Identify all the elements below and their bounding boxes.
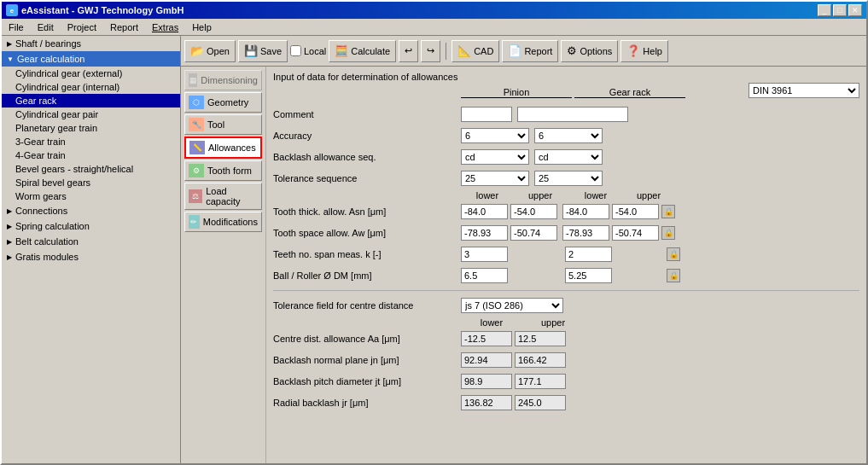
menu-extras[interactable]: Extras [149, 21, 182, 33]
radial-upper[interactable] [515, 395, 566, 410]
tolerance-gear-select[interactable]: 25 [534, 171, 603, 186]
tooth-space-row: Tooth space allow. Aw [μm] 🔒 [273, 224, 859, 242]
teeth-no-p[interactable] [461, 247, 508, 262]
sidebar-item-cyl-pair[interactable]: Cylindrical gear pair [2, 108, 180, 121]
form-title: Input of data for determination of allow… [273, 72, 457, 82]
sidebar-gratis[interactable]: ▶ Gratis modules [2, 249, 180, 264]
redo-button[interactable]: ↪ [421, 40, 440, 62]
tooth-space-upper-g[interactable] [612, 225, 659, 241]
minimize-button[interactable]: _ [818, 4, 831, 16]
backlash-normal-upper[interactable] [515, 352, 566, 368]
load-capacity-button[interactable]: ⚖ Load capacity [184, 183, 262, 210]
options-button[interactable]: ⚙ Options [561, 40, 618, 62]
ball-lock[interactable]: 🔒 [667, 269, 680, 282]
sidebar-item-3gear[interactable]: 3-Gear train [2, 135, 180, 148]
menu-edit[interactable]: Edit [34, 21, 57, 33]
ball-label: Ball / Roller Ø DM [mm] [273, 270, 461, 281]
sidebar-item-4gear[interactable]: 4-Gear train [2, 148, 180, 162]
sidebar-item-spiral[interactable]: Spiral bevel gears [2, 176, 180, 189]
tooth-space-lock[interactable]: 🔒 [661, 226, 675, 240]
accuracy-standard-select[interactable]: DIN 3961 [749, 83, 859, 98]
help-button[interactable]: ❓ Help [620, 40, 668, 62]
options-label: Options [580, 46, 612, 56]
local-checkbox[interactable] [290, 45, 301, 56]
menu-project[interactable]: Project [64, 21, 100, 33]
sidebar-gear-label: Gear calculation [17, 54, 85, 64]
tooth-space-upper-p[interactable] [510, 225, 557, 241]
backlash-pitch-inputs [461, 374, 566, 389]
sidebar-item-cyl-int[interactable]: Cylindrical gear (internal) [2, 80, 180, 94]
sidebar-arrow-conn: ▶ [7, 207, 12, 215]
dimensioning-button[interactable]: ▦ Dimensioning [184, 70, 262, 90]
menu-file[interactable]: File [5, 21, 27, 33]
backlash-pitch-lower[interactable] [461, 374, 512, 389]
tooth-thick-upper-p[interactable] [510, 204, 557, 219]
undo-button[interactable]: ↩ [399, 40, 418, 62]
title-bar-buttons: _ □ ✕ [818, 4, 862, 16]
sidebar-item-gear-rack[interactable]: Gear rack [2, 94, 180, 108]
save-label: Save [260, 46, 282, 56]
tooth-space-lower-g[interactable] [562, 225, 609, 241]
save-button[interactable]: 💾 Save [238, 40, 288, 62]
backlash-normal-lower[interactable] [461, 352, 512, 368]
tooth-thick-lower-g[interactable] [562, 204, 609, 219]
centre-allow-label: Centre dist. allowance Aa [μm] [273, 334, 461, 344]
tolerance-seq-inputs: 25 25 [461, 171, 603, 186]
sidebar-item-bevel[interactable]: Bevel gears - straight/helical [2, 162, 180, 176]
help-label: Help [643, 46, 662, 56]
report-icon: 📄 [508, 44, 521, 57]
close-button[interactable]: ✕ [848, 4, 862, 16]
tolerance-pinion-select[interactable]: 25 [461, 171, 529, 186]
tool-button[interactable]: 🔧 Tool [184, 114, 262, 135]
radial-backlash-row: Radial backlash jr [μm] [273, 393, 859, 412]
calculate-label: Calculate [351, 46, 390, 56]
centre-allow-upper[interactable] [515, 331, 566, 346]
tooth-thick-lock[interactable]: 🔒 [661, 205, 675, 218]
tooth-thick-upper-g[interactable] [612, 204, 659, 219]
ball-p[interactable] [461, 268, 508, 283]
modifications-button[interactable]: ✏ Modifications [184, 212, 262, 232]
sidebar-shaft-section[interactable]: ▶ Shaft / bearings [2, 36, 180, 51]
tooth-thick-lower-p[interactable] [461, 204, 508, 219]
sidebar-item-worm[interactable]: Worm gears [2, 189, 180, 203]
teeth-no-inputs: 🔒 [461, 247, 680, 262]
open-label: Open [207, 46, 230, 56]
backlash-pinion-select[interactable]: cd [461, 149, 529, 165]
sidebar-item-cyl-ext[interactable]: Cylindrical gear (external) [2, 67, 180, 80]
comment-pinion-input[interactable] [461, 107, 512, 122]
teeth-no-g[interactable] [565, 247, 612, 262]
menu-report[interactable]: Report [107, 21, 142, 33]
upper-header-1: upper [514, 190, 567, 201]
sidebar-belt[interactable]: ▶ Belt calculation [2, 234, 180, 249]
menu-help[interactable]: Help [189, 21, 215, 33]
open-button[interactable]: 📂 Open [184, 40, 236, 62]
load-capacity-icon: ⚖ [189, 189, 202, 203]
form-area: Input of data for determination of allow… [266, 67, 866, 463]
teeth-no-lock[interactable]: 🔒 [667, 247, 680, 261]
sidebar-connections-label: Connections [15, 206, 67, 216]
centre-allow-lower[interactable] [461, 331, 512, 346]
backlash-pitch-label: Backlash pitch diameter jt [μm] [273, 376, 461, 387]
allowances-button[interactable]: 📏 Allowances [184, 137, 262, 159]
tolerance-centre-select[interactable]: js 7 (ISO 286) [461, 298, 563, 313]
backlash-pitch-upper[interactable] [515, 374, 566, 389]
ball-g[interactable] [565, 268, 612, 283]
sidebar-item-planetary[interactable]: Planetary gear train [2, 121, 180, 135]
accuracy-gear-select[interactable]: 6 [534, 128, 603, 143]
cad-button[interactable]: 📐 CAD [451, 40, 499, 62]
backlash-normal-row: Backlash normal plane jn [μm] [273, 351, 859, 369]
backlash-gear-select[interactable]: cd [534, 149, 603, 165]
geometry-button[interactable]: ⬡ Geometry [184, 92, 262, 113]
comment-gear-input[interactable] [517, 107, 628, 122]
radial-lower[interactable] [461, 395, 512, 410]
sidebar-gear-header[interactable]: ▼ Gear calculation [2, 51, 180, 67]
accuracy-pinion-select[interactable]: 6 [461, 128, 529, 143]
report-button[interactable]: 📄 Report [502, 40, 558, 62]
tooth-form-button[interactable]: ⚙ Tooth form [184, 160, 262, 181]
tooth-space-lower-p[interactable] [461, 225, 508, 241]
sidebar-spring[interactable]: ▶ Spring calculation [2, 218, 180, 234]
calculate-button[interactable]: 🧮 Calculate [329, 40, 396, 62]
maximize-button[interactable]: □ [833, 4, 847, 16]
tool-label: Tool [207, 119, 224, 130]
sidebar-connections[interactable]: ▶ Connections [2, 203, 180, 218]
